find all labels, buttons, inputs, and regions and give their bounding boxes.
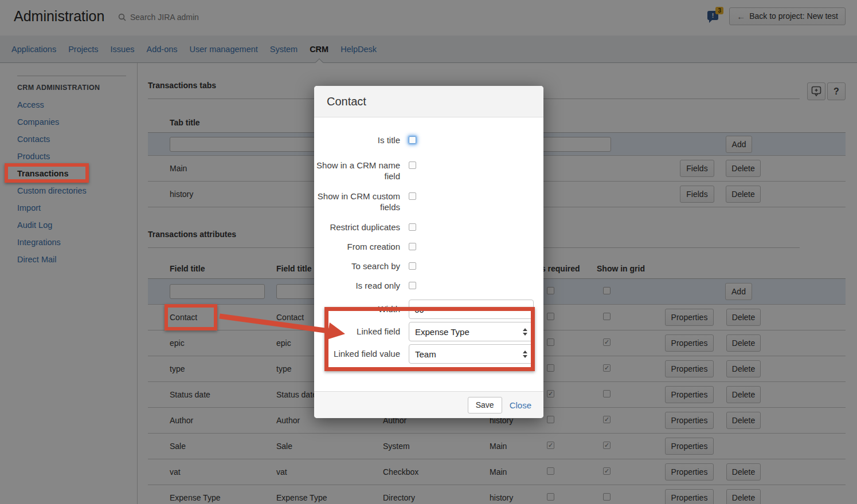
from-creation-checkbox[interactable] [409, 243, 416, 250]
close-link[interactable]: Close [510, 400, 531, 410]
width-label: Width [314, 300, 400, 319]
linked-field-value-select[interactable]: Team [409, 344, 534, 364]
width-input[interactable] [409, 300, 534, 319]
linked-field-label: Linked field [314, 322, 400, 341]
is-title-checkbox[interactable] [409, 136, 416, 144]
show-in-crm-custom-label: Show in CRM custom fields [314, 191, 400, 214]
save-button[interactable]: Save [468, 397, 502, 414]
modal-title: Contact [327, 95, 366, 108]
is-read-only-checkbox[interactable] [409, 282, 416, 289]
select-spinner-icon [523, 328, 527, 336]
from-creation-label: From creation [314, 241, 400, 253]
linked-field-select[interactable]: Expense Type [409, 322, 534, 341]
is-title-label: Is title [314, 135, 400, 146]
select-spinner-icon [523, 351, 527, 358]
is-read-only-label: Is read only [314, 280, 400, 292]
linked-field-value-text: Expense Type [415, 327, 469, 337]
to-search-by-checkbox[interactable] [409, 262, 416, 270]
jira-admin-page: Administration Search JIRA admin ! 3 ← B… [0, 0, 857, 504]
restrict-duplicates-label: Restrict duplicates [314, 222, 400, 233]
modal-footer: Save Close [314, 391, 543, 418]
modal-body: Is title Show in a CRM name field Show i… [314, 117, 543, 391]
contact-modal: Contact Is title Show in a CRM name fiel… [314, 86, 543, 418]
linked-field-value-label: Linked field value [314, 344, 400, 364]
restrict-duplicates-checkbox[interactable] [409, 223, 416, 231]
linked-field-value-value-text: Team [415, 349, 436, 359]
show-in-crm-name-label: Show in a CRM name field [314, 160, 400, 183]
to-search-by-label: To search by [314, 261, 400, 272]
show-in-crm-custom-checkbox[interactable] [409, 192, 416, 200]
show-in-crm-name-checkbox[interactable] [409, 162, 416, 169]
modal-header: Contact [314, 86, 543, 117]
